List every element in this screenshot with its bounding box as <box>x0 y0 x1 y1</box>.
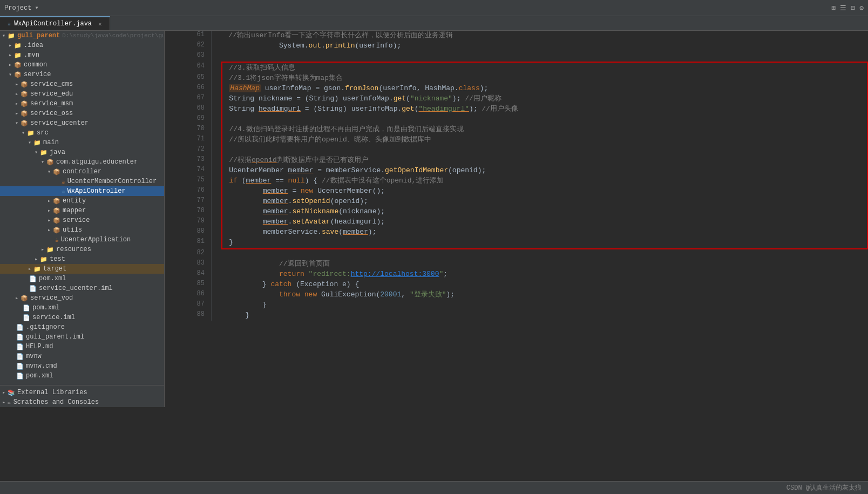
line-code: //返回到首页面 <box>222 259 867 269</box>
line-code: //3.获取扫码人信息 <box>222 62 867 73</box>
sidebar-item-resources[interactable]: ▸ 📁 resources <box>0 245 164 254</box>
sidebar-item-entity[interactable]: ▸ 📦 entity <box>0 196 164 206</box>
sidebar-item-service-vod[interactable]: ▸ 📦 service_vod <box>0 293 164 303</box>
sidebar-item-gitignore[interactable]: 📄 .gitignore <box>0 322 164 332</box>
tab-label: WxApiController.java <box>14 20 92 28</box>
tab-wxapicontroller[interactable]: ☕ WxApiController.java ✕ <box>0 16 110 30</box>
sidebar-label: service_msm <box>30 100 73 107</box>
sidebar-item-help[interactable]: 📄 HELP.md <box>0 342 164 351</box>
module-icon: 📦 <box>21 110 28 117</box>
sidebar-item-service[interactable]: ▾ 📦 service <box>0 70 164 79</box>
line-number: 87 <box>165 300 211 310</box>
sidebar-label: test <box>50 255 65 263</box>
line-gutter <box>211 269 222 280</box>
sidebar-item-ucenter-controller[interactable]: ☕ UcenterMemberController <box>0 177 164 186</box>
sidebar-item-mvnw-cmd[interactable]: 📄 mvnw.cmd <box>0 361 164 371</box>
sidebar-item-java[interactable]: ▾ 📁 java <box>0 147 164 157</box>
line-gutter <box>211 84 222 94</box>
sidebar-item-external-libs[interactable]: ▸ 📚 External Libraries <box>0 388 164 397</box>
sidebar-item-service-edu[interactable]: ▸ 📦 service_edu <box>0 89 164 99</box>
folder-icon: 📁 <box>40 256 48 263</box>
sidebar-item-pom-root[interactable]: 📄 pom.xml <box>0 371 164 381</box>
sidebar-item-mvn[interactable]: ▸ 📁 .mvn <box>0 50 164 60</box>
sidebar-item-test[interactable]: ▸ 📁 test <box>0 254 164 264</box>
package-icon: 📦 <box>53 217 60 224</box>
line-row: 67 String nickname = (String) userInfoMa… <box>165 94 867 104</box>
line-number: 85 <box>165 280 211 290</box>
line-code: HashMap userInfoMap = gson.fromJson(user… <box>222 84 867 94</box>
sidebar-item-service-ucenter-iml[interactable]: 📄 service_ucenter.iml <box>0 283 164 293</box>
sidebar-item-main[interactable]: ▾ 📁 main <box>0 138 164 147</box>
sidebar-item-service-oss[interactable]: ▸ 📦 service_oss <box>0 109 164 118</box>
line-code: //输出userInfo看一下这个字符串长什么样，以便分析后面的业务逻辑 <box>222 31 867 41</box>
layout-icon[interactable]: ⊞ <box>832 4 836 12</box>
line-gutter <box>211 310 222 321</box>
line-number: 80 <box>165 227 211 238</box>
line-number: 73 <box>165 155 211 166</box>
line-code: member.setNickname(nickname); <box>222 207 867 217</box>
line-code: } <box>222 238 867 249</box>
sidebar-item-common[interactable]: ▸ 📦 common <box>0 60 164 70</box>
dropdown-arrow-icon[interactable]: ▾ <box>35 4 38 12</box>
expand-icon: ▾ <box>9 71 12 78</box>
sidebar-item-src[interactable]: ▾ 📁 src <box>0 128 164 138</box>
sidebar-item-service-cms[interactable]: ▸ 📦 service_cms <box>0 79 164 89</box>
folder-icon: 📁 <box>40 149 48 156</box>
expand-icon: ▸ <box>2 399 5 405</box>
sidebar-item-wxapi-controller[interactable]: ☕ WxApiController <box>0 186 164 196</box>
sidebar-item-scratches[interactable]: ▸ ✏️ Scratches and Consoles <box>0 397 164 407</box>
java-file-icon: ☕ <box>8 21 11 27</box>
close-tab-icon[interactable]: ✕ <box>98 21 102 28</box>
sidebar-item-mapper[interactable]: ▸ 📦 mapper <box>0 206 164 215</box>
sidebar-item-service-msm[interactable]: ▸ 📦 service_msm <box>0 99 164 109</box>
sidebar-item-mvnw[interactable]: 📄 mvnw <box>0 351 164 361</box>
line-gutter <box>211 114 222 125</box>
git-icon: 📄 <box>16 324 24 331</box>
line-number: 70 <box>165 125 211 135</box>
folder-icon: 📁 <box>14 42 22 49</box>
line-number: 62 <box>165 41 211 51</box>
sidebar-item-package[interactable]: ▾ 📦 com.atguigu.educenter <box>0 157 164 167</box>
sidebar-item-utils[interactable]: ▸ 📦 utils <box>0 225 164 235</box>
expand-icon: ▾ <box>48 168 51 175</box>
line-code <box>222 51 867 62</box>
sidebar-item-ucenter-app[interactable]: ☕ UcenterApplication <box>0 235 164 245</box>
sidebar-item-service-ucenter[interactable]: ▾ 📦 service_ucenter <box>0 118 164 128</box>
expand-icon: ▸ <box>15 110 18 117</box>
gear-icon[interactable]: ⚙ <box>859 4 864 12</box>
line-row: 69 <box>165 114 867 125</box>
line-code: } <box>222 300 867 310</box>
line-row: 85 } catch (Exception e) { <box>165 280 867 290</box>
sidebar-label: service_oss <box>30 110 73 117</box>
sidebar-label: common <box>24 61 47 69</box>
expand-icon: ▸ <box>9 52 12 58</box>
sidebar-root[interactable]: ▾ 📁 guli_parent D:\study\java\code\proje… <box>0 31 164 40</box>
sidebar-item-pom-ucenter[interactable]: 📄 pom.xml <box>0 274 164 283</box>
line-row: 75 if (member == null) { //数据表中没有这个openi… <box>165 176 867 186</box>
line-row: 79 member.setAvatar(headimgurl); <box>165 217 867 227</box>
sidebar-item-controller[interactable]: ▾ 📦 controller <box>0 167 164 177</box>
split-icon[interactable]: ⊟ <box>851 4 855 12</box>
sidebar-item-service-pkg[interactable]: ▸ 📦 service <box>0 215 164 225</box>
code-editor[interactable]: 61 //输出userInfo看一下这个字符串长什么样，以便分析后面的业务逻辑 … <box>165 31 868 481</box>
line-code: UcenterMember member = memberService.get… <box>222 166 867 176</box>
line-gutter <box>211 290 222 300</box>
sidebar-item-service-iml[interactable]: 📄 service.iml <box>0 313 164 322</box>
line-row: 84 return "redirect:http://localhost:300… <box>165 269 867 280</box>
line-code: //根据openid判断数据库中是否已有该用户 <box>222 155 867 166</box>
package-icon: 📦 <box>46 159 54 166</box>
sidebar-item-pom-vod[interactable]: 📄 pom.xml <box>0 303 164 313</box>
sidebar-item-target[interactable]: ▸ 📁 target <box>0 264 164 274</box>
sidebar-item-guli-iml[interactable]: 📄 guli_parent.iml <box>0 332 164 342</box>
sidebar-item-idea[interactable]: ▸ 📁 .idea <box>0 40 164 50</box>
sidebar-label: service_edu <box>30 90 73 98</box>
line-number: 74 <box>165 166 211 176</box>
line-row: 64 //3.获取扫码人信息 <box>165 62 867 73</box>
line-row: 63 <box>165 51 867 62</box>
line-gutter <box>211 280 222 290</box>
sidebar-label: WxApiController <box>67 187 126 195</box>
list-icon[interactable]: ☰ <box>840 4 846 12</box>
line-code: member.setOpenid(openid); <box>222 197 867 207</box>
line-gutter <box>211 94 222 104</box>
line-row: 68 String headimgurl = (String) userInfo… <box>165 104 867 114</box>
